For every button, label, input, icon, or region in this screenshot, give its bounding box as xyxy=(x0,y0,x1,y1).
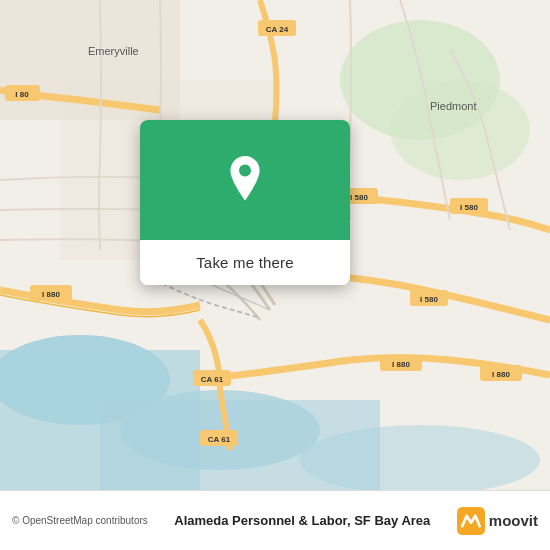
svg-text:Emeryville: Emeryville xyxy=(88,45,139,57)
location-pin-icon xyxy=(221,156,269,204)
svg-text:CA 61: CA 61 xyxy=(201,375,224,384)
cta-card-top xyxy=(140,120,350,240)
bottom-bar: © OpenStreetMap contributors Alameda Per… xyxy=(0,490,550,550)
svg-text:I 80: I 80 xyxy=(15,90,29,99)
svg-text:I 580: I 580 xyxy=(350,193,368,202)
svg-text:I 580: I 580 xyxy=(460,203,478,212)
osm-credit: © OpenStreetMap contributors xyxy=(12,515,148,526)
svg-text:CA 61: CA 61 xyxy=(208,435,231,444)
svg-point-32 xyxy=(239,165,251,177)
svg-text:Piedmont: Piedmont xyxy=(430,100,476,112)
svg-text:I 880: I 880 xyxy=(492,370,510,379)
moovit-icon xyxy=(457,507,485,535)
svg-text:CA 24: CA 24 xyxy=(266,25,289,34)
svg-text:I 880: I 880 xyxy=(42,290,60,299)
moovit-logo: moovit xyxy=(457,507,538,535)
svg-point-9 xyxy=(390,80,530,180)
cta-card: Take me there xyxy=(140,120,350,285)
svg-text:I 880: I 880 xyxy=(392,360,410,369)
svg-text:I 580: I 580 xyxy=(420,295,438,304)
moovit-text: moovit xyxy=(489,512,538,529)
place-name: Alameda Personnel & Labor, SF Bay Area xyxy=(148,513,457,528)
map-container: I 880 I 880 I 880 CA 61 CA 61 I 580 I 58… xyxy=(0,0,550,490)
take-me-there-button[interactable]: Take me there xyxy=(140,240,350,285)
